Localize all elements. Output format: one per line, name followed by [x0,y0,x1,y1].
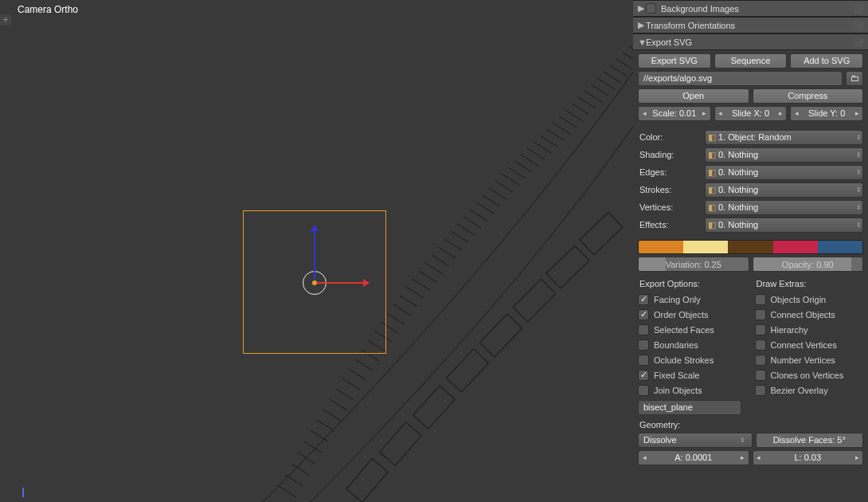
effects-select[interactable]: ◧0. Nothing⇕ [705,218,863,233]
option-label: Objects Origin [771,295,827,304]
panel-label: Transform Orientations [646,21,735,30]
option-label: Join Objects [654,386,702,395]
svg-rect-4 [446,349,488,392]
vertices-label: Vertices: [638,200,702,215]
option-fixed-scale[interactable]: Fixed Scale [638,367,747,382]
object-icon: ◧ [706,166,718,179]
checkbox-icon [638,339,649,351]
option-label: Fixed Scale [654,371,699,380]
svg-rect-0 [580,212,623,254]
color-swatches[interactable] [638,240,863,254]
z-axis-arrow[interactable] [314,226,315,280]
panel-background-images[interactable]: ▶ Background Images [633,0,868,17]
object-icon: ◧ [706,148,718,162]
svg-rect-6 [380,422,421,466]
panel-transform-orientations[interactable]: ▶ Transform Orientations [633,17,868,33]
swatch-3[interactable] [728,241,772,253]
l-field[interactable]: ◂L: 0.03▸ [753,450,864,465]
variation-slider[interactable]: Variation: 0.25 [638,257,749,272]
swatch-2[interactable] [683,241,728,253]
option-boundaries[interactable]: Boundaries [638,337,747,352]
option-label: Bezier Overlay [771,386,828,395]
option-connect-objects[interactable]: Connect Objects [755,307,864,322]
swatch-4[interactable] [773,241,818,253]
option-label: Selected Faces [654,325,714,335]
dropdown-icon: ⇕ [739,433,747,447]
strokes-label: Strokes: [638,182,702,198]
object-icon: ◧ [706,201,718,214]
open-button[interactable]: Open [638,88,749,104]
option-label: Boundaries [654,340,698,350]
shading-select[interactable]: ◧0. Nothing⇕ [705,147,863,163]
checkbox-icon [755,309,766,320]
shading-label: Shading: [638,147,702,163]
checkbox-icon [755,385,766,396]
panel-grip-icon [854,4,863,14]
dropdown-icon: ⇕ [854,201,862,214]
edges-select[interactable]: ◧0. Nothing⇕ [705,165,863,180]
swatch-1[interactable] [639,241,683,253]
a-field[interactable]: ◂A: 0.0001▸ [638,450,749,465]
checkbox-icon [638,385,649,396]
add-to-svg-button[interactable]: Add to SVG [790,53,863,69]
object-icon: ◧ [706,183,718,197]
folder-icon: 🗀 [850,72,859,85]
svg-rect-5 [413,386,456,429]
panel-label: Background Images [661,4,739,14]
option-connect-vertices[interactable]: Connect Vertices [755,337,864,352]
compress-button[interactable]: Compress [753,88,864,104]
effects-label: Effects: [638,218,702,233]
color-label: Color: [638,130,702,145]
dissolve-faces-field[interactable]: Dissolve Faces: 5° [756,433,864,448]
vertices-select[interactable]: ◧0. Nothing⇕ [705,200,863,215]
checkbox-icon [638,309,649,320]
checkbox-icon [638,294,649,305]
option-join-objects[interactable]: Join Objects [638,382,747,398]
checkbox-icon [638,370,649,381]
option-label: Number Vertices [771,355,835,365]
panel-grip-icon [854,21,863,30]
option-bezier-overlay[interactable]: Bezier Overlay [755,382,864,398]
expand-arrow-icon: ▶ [638,20,646,30]
filepath-input[interactable]: //exports/algo.svg [638,71,843,86]
sequence-button[interactable]: Sequence [714,53,788,69]
3d-viewport[interactable]: Camera Ortho + [0,0,633,502]
option-clones-on-vertices[interactable]: Clones on Vertices [755,367,864,382]
option-selected-faces[interactable]: Selected Faces [638,322,747,337]
export-svg-button[interactable]: Export SVG [638,53,711,69]
bisect-input[interactable]: bisect_plane [638,400,741,415]
file-browse-button[interactable]: 🗀 [846,71,863,86]
swatch-5[interactable] [818,241,862,253]
x-axis-arrow[interactable] [317,282,369,284]
option-order-objects[interactable]: Order Objects [638,307,747,322]
option-facing-only[interactable]: Facing Only [638,292,747,307]
strokes-select[interactable]: ◧0. Nothing⇕ [705,182,863,198]
export-svg-body: Export SVG Sequence Add to SVG //exports… [633,50,868,474]
option-label: Clones on Vertices [771,371,844,380]
object-icon: ◧ [706,218,718,232]
option-label: Order Objects [654,310,708,320]
option-label: Facing Only [654,295,701,304]
scale-field[interactable]: ◂Scale: 0.01▸ [638,106,711,121]
bg-images-checkbox[interactable] [646,3,656,14]
dissolve-select[interactable]: Dissolve⇕ [638,433,753,448]
svg-rect-7 [346,458,388,502]
checkbox-icon [755,355,766,366]
slide-x-field[interactable]: ◂Slide X: 0▸ [714,106,788,121]
option-number-vertices[interactable]: Number Vertices [755,352,864,367]
checkbox-icon [755,324,766,335]
option-objects-origin[interactable]: Objects Origin [755,292,864,307]
checkbox-icon [638,355,649,366]
dropdown-icon: ⇕ [854,148,862,162]
option-oclude-strokes[interactable]: Oclude Strokes [638,352,747,367]
dropdown-icon: ⇕ [854,131,862,144]
opacity-slider[interactable]: Opacity: 0.90 [753,257,864,272]
slide-y-field[interactable]: ◂Slide Y: 0▸ [790,106,863,121]
edges-label: Edges: [638,165,702,180]
dropdown-icon: ⇕ [854,183,862,197]
option-label: Connect Objects [771,310,835,320]
color-select[interactable]: ◧1. Object: Random⇕ [705,130,863,145]
panel-export-svg[interactable]: ▼ Export SVG [633,33,868,50]
option-hierarchy[interactable]: Hierarchy [755,322,864,337]
option-label: Hierarchy [771,325,808,335]
